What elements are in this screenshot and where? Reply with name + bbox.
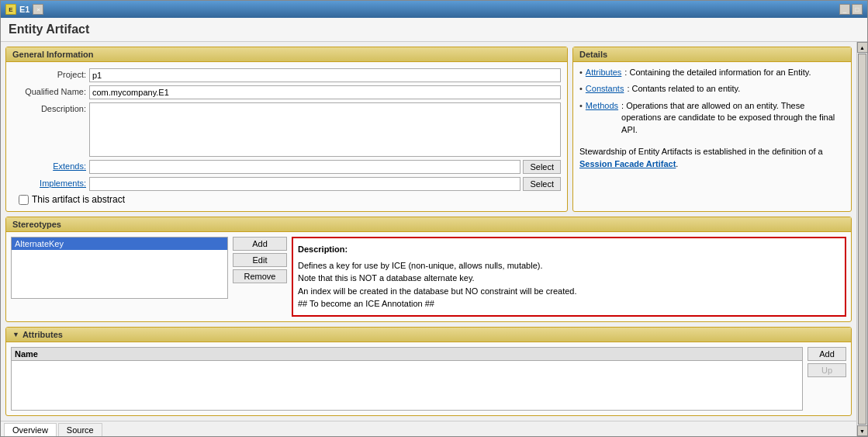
description-box-title: Description: [298, 243, 840, 256]
tab-overview[interactable]: Overview [4, 423, 57, 436]
implements-input[interactable] [89, 177, 520, 191]
constants-link[interactable]: Constants [586, 83, 624, 95]
project-row: Project: [12, 68, 561, 82]
title-bar: E E1 × _ □ [1, 1, 867, 18]
extends-row: Extends: Select [12, 160, 561, 174]
description-label: Description: [12, 102, 86, 113]
details-item-methods: Methods: Operations that are allowed on … [579, 100, 845, 136]
details-item-attributes: Attributes: Containing the detailed info… [579, 67, 845, 78]
attributes-section: ▼ Attributes Name Add Up [5, 327, 852, 417]
implements-row: Implements: Select [12, 177, 561, 191]
stereotype-list: AlternateKey [11, 237, 228, 299]
description-row: Description: [12, 102, 561, 157]
attributes-name-header: Name [12, 348, 802, 361]
window-title: E1 [19, 5, 29, 14]
description-textarea[interactable] [89, 102, 561, 157]
qualified-name-label: Qualified Name: [12, 85, 86, 96]
abstract-checkbox[interactable] [19, 195, 29, 205]
project-label: Project: [12, 68, 86, 79]
scroll-down-btn[interactable]: ▼ [857, 425, 868, 436]
abstract-checkbox-label: This artifact is abstract [32, 194, 125, 205]
title-bar-left: E E1 × [5, 4, 43, 15]
top-section: General Information Project: Qualified N… [5, 47, 852, 212]
general-info-panel: General Information Project: Qualified N… [5, 47, 568, 212]
scroll-up-btn[interactable]: ▲ [857, 42, 868, 53]
stereotype-add-btn[interactable]: Add [233, 237, 287, 251]
implements-label[interactable]: Implements: [12, 177, 86, 188]
project-input[interactable] [89, 68, 561, 82]
window-icon: E [5, 4, 16, 15]
bottom-tabs: Overview Source [1, 421, 856, 436]
details-list: Attributes: Containing the detailed info… [573, 62, 851, 145]
scroll-thumb[interactable] [858, 54, 866, 425]
details-footer-text: Stewardship of Entity Artifacts is estab… [579, 147, 823, 156]
main-content: General Information Project: Qualified N… [1, 42, 856, 421]
implements-select-btn[interactable]: Select [523, 177, 561, 191]
extends-label[interactable]: Extends: [12, 160, 86, 171]
general-info-title: General Information [6, 47, 567, 62]
minimize-btn[interactable]: _ [839, 4, 850, 15]
extends-select-btn[interactable]: Select [523, 160, 561, 174]
right-scrollbar: ▲ ▼ [856, 42, 867, 436]
attributes-body: Name Add Up [6, 342, 851, 416]
attributes-table: Name [11, 347, 803, 411]
page-title: Entity Artifact [1, 18, 867, 42]
stereotypes-section: Stereotypes AlternateKey Add Edit Remove… [5, 217, 852, 322]
title-bar-controls: _ □ [839, 4, 863, 15]
maximize-btn[interactable]: □ [852, 4, 863, 15]
main-window: E E1 × _ □ Entity Artifact General Infor… [0, 0, 868, 437]
attributes-buttons: Add Up [807, 347, 846, 411]
attributes-add-btn[interactable]: Add [807, 347, 846, 361]
qualified-name-row: Qualified Name: [12, 85, 561, 99]
abstract-checkbox-row: This artifact is abstract [12, 194, 561, 205]
attributes-header: ▼ Attributes [6, 328, 851, 342]
details-description: Stewardship of Entity Artifacts is estab… [573, 145, 851, 177]
attributes-link[interactable]: Attributes [586, 67, 621, 78]
stereotypes-body: AlternateKey Add Edit Remove Description… [6, 232, 851, 321]
details-title: Details [573, 47, 851, 62]
stereotype-item-alternatekey[interactable]: AlternateKey [12, 238, 227, 250]
stereotype-edit-btn[interactable]: Edit [233, 253, 287, 267]
stereotypes-title: Stereotypes [6, 217, 851, 232]
qualified-name-input[interactable] [89, 85, 561, 99]
implements-input-group: Select [89, 177, 561, 191]
general-info-body: Project: Qualified Name: Description: [6, 62, 567, 211]
details-item-constants: Constants: Contants related to an entity… [579, 83, 845, 95]
stereotype-buttons: Add Edit Remove [233, 237, 287, 283]
attributes-title: Attributes [22, 330, 63, 339]
stereotype-description-box: Description: Defines a key for use by IC… [292, 237, 846, 317]
session-facade-link[interactable]: Session Facade Artifact [579, 159, 676, 168]
stereotype-remove-btn[interactable]: Remove [233, 269, 287, 283]
window-close-btn[interactable]: × [33, 4, 43, 15]
extends-input-group: Select [89, 160, 561, 174]
extends-input[interactable] [89, 160, 520, 174]
tab-source[interactable]: Source [58, 423, 102, 436]
details-panel: Details Attributes: Containing the detai… [572, 47, 852, 212]
collapse-arrow-icon[interactable]: ▼ [12, 331, 19, 338]
methods-link[interactable]: Methods [586, 100, 618, 112]
attributes-up-btn[interactable]: Up [807, 363, 846, 377]
description-box-text: Defines a key for use by ICE (non-unique… [298, 259, 840, 310]
